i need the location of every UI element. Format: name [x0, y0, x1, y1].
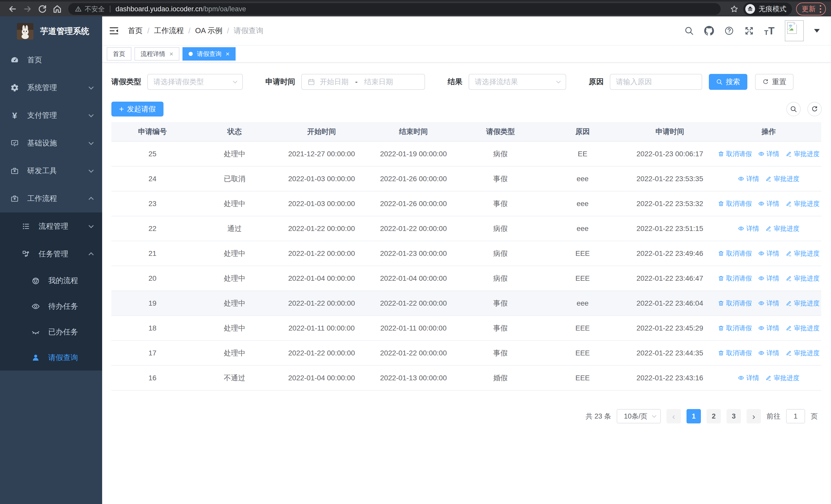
- page-button-2[interactable]: 2: [707, 409, 721, 423]
- cancel-icon: [718, 250, 724, 257]
- action-detail-link[interactable]: 详情: [758, 249, 779, 258]
- close-icon[interactable]: ×: [169, 51, 173, 57]
- tab-home[interactable]: 首页: [107, 47, 132, 61]
- cell-start-time: 2022-01-22 00:00:00: [276, 225, 368, 233]
- action-detail-link[interactable]: 详情: [758, 299, 779, 307]
- toggle-search-button[interactable]: [786, 102, 801, 116]
- action-detail-link[interactable]: 详情: [738, 224, 759, 233]
- action-cancel-link[interactable]: 取消请假: [718, 150, 752, 158]
- refresh-table-button[interactable]: [807, 102, 822, 116]
- cell-reason: eee: [542, 225, 624, 233]
- apply-time-range-picker[interactable]: 开始日期 - 结束日期: [301, 74, 425, 90]
- action-progress-link[interactable]: 审批进度: [785, 249, 820, 258]
- action-progress-link[interactable]: 审批进度: [785, 324, 820, 332]
- close-icon[interactable]: ×: [226, 51, 229, 57]
- chevron-down-icon: [556, 79, 561, 83]
- action-cancel-link[interactable]: 取消请假: [718, 199, 752, 208]
- breadcrumb-item-oa[interactable]: OA 示例: [195, 26, 222, 36]
- sidebar-item-task-mgmt[interactable]: 任务管理: [0, 240, 102, 268]
- search-button[interactable]: 搜索: [709, 74, 747, 90]
- next-page-button[interactable]: ›: [747, 409, 761, 423]
- back-icon[interactable]: [8, 4, 18, 14]
- fullscreen-icon[interactable]: [744, 26, 754, 36]
- create-leave-button[interactable]: + 发起请假: [111, 101, 164, 117]
- page-button-1[interactable]: 1: [687, 409, 701, 423]
- sidebar-logo-row[interactable]: 芋道管理系统: [0, 17, 102, 46]
- action-detail-link[interactable]: 详情: [758, 150, 779, 158]
- action-detail-link[interactable]: 详情: [738, 374, 759, 382]
- breadcrumb-item-current: 请假查询: [234, 26, 264, 36]
- action-progress-link[interactable]: 审批进度: [785, 199, 820, 208]
- action-cancel-link[interactable]: 取消请假: [718, 249, 752, 258]
- breadcrumb-item-home[interactable]: 首页: [128, 26, 143, 36]
- sidebar-item-infra[interactable]: 基础设施: [0, 129, 102, 157]
- home-icon[interactable]: [52, 4, 62, 14]
- help-icon[interactable]: [724, 26, 734, 36]
- cell-start-time: 2022-01-22 00:00:00: [276, 349, 368, 357]
- sidebar-item-home[interactable]: 首页: [0, 46, 102, 74]
- sidebar-item-workflow[interactable]: 工作流程: [0, 185, 102, 212]
- bookmark-star-icon[interactable]: [730, 5, 739, 13]
- reset-button[interactable]: 重置: [755, 74, 794, 90]
- reload-icon[interactable]: [37, 4, 47, 14]
- action-progress-link[interactable]: 审批进度: [785, 349, 820, 357]
- action-cancel-link[interactable]: 取消请假: [718, 299, 752, 307]
- detail-icon: [738, 375, 744, 381]
- forward-icon[interactable]: [23, 4, 32, 14]
- search-icon[interactable]: [684, 26, 694, 36]
- security-label[interactable]: 不安全: [85, 5, 105, 13]
- github-icon[interactable]: [704, 26, 714, 36]
- sidebar-item-devtools[interactable]: 研发工具: [0, 157, 102, 185]
- font-size-icon[interactable]: TT: [764, 26, 775, 36]
- action-progress-link[interactable]: 审批进度: [785, 299, 820, 307]
- action-progress-link[interactable]: 审批进度: [765, 175, 799, 183]
- progress-icon: [785, 200, 792, 207]
- goto-page-input[interactable]: [786, 412, 805, 420]
- avatar-caret-icon[interactable]: [814, 29, 820, 33]
- tab-label: 流程详情: [141, 50, 165, 58]
- action-detail-link[interactable]: 详情: [738, 175, 759, 183]
- update-label[interactable]: 更新: [802, 4, 815, 13]
- cell-status: 处理中: [194, 298, 276, 308]
- action-cancel-link[interactable]: 取消请假: [718, 349, 752, 357]
- sidebar-item-label: 请假查询: [48, 353, 78, 363]
- tab-leave-query[interactable]: 请假查询 ×: [182, 47, 236, 61]
- sidebar-item-process-mgmt[interactable]: 流程管理: [0, 212, 102, 240]
- reason-input[interactable]: [616, 78, 696, 86]
- result-select[interactable]: 请选择流结果: [469, 74, 566, 90]
- sidebar-item-payment[interactable]: ¥ 支付管理: [0, 101, 102, 129]
- sidebar-item-leave-query[interactable]: 请假查询: [0, 345, 102, 370]
- action-progress-link[interactable]: 审批进度: [765, 224, 799, 233]
- sidebar-item-done-tasks[interactable]: 已办任务: [0, 319, 102, 345]
- action-progress-link[interactable]: 审批进度: [765, 374, 799, 382]
- action-progress-link[interactable]: 审批进度: [785, 150, 820, 158]
- apply-time-label: 申请时间: [265, 77, 295, 87]
- page-size-select[interactable]: 10条/页: [617, 409, 661, 423]
- breadcrumb-item-workflow[interactable]: 工作流程: [154, 26, 184, 36]
- avatar[interactable]: [785, 20, 804, 41]
- cell-actions: 取消请假详情审批进度: [716, 324, 821, 332]
- sidebar-item-my-process[interactable]: 我的流程: [0, 268, 102, 294]
- action-detail-link[interactable]: 详情: [758, 274, 779, 283]
- address-bar[interactable]: 不安全 dashboard.yudao.iocoder.cn/bpm/oa/le…: [68, 3, 721, 15]
- detail-icon: [758, 250, 765, 257]
- action-detail-link[interactable]: 详情: [758, 324, 779, 332]
- prev-page-button[interactable]: ‹: [666, 409, 681, 423]
- cell-status: 不通过: [194, 373, 276, 383]
- sidebar-item-todo-tasks[interactable]: 待办任务: [0, 294, 102, 319]
- action-progress-link[interactable]: 审批进度: [785, 274, 820, 283]
- cell-leave-type: 事假: [459, 323, 542, 333]
- tags-view-bar: 首页 流程详情 × 请假查询 ×: [102, 45, 831, 63]
- tab-process-detail[interactable]: 流程详情 ×: [135, 47, 179, 61]
- action-detail-link[interactable]: 详情: [758, 199, 779, 208]
- action-cancel-link[interactable]: 取消请假: [718, 324, 752, 332]
- browser-menu-icon[interactable]: [820, 5, 821, 13]
- page-button-3[interactable]: 3: [726, 409, 741, 423]
- sidebar-item-system[interactable]: 系统管理: [0, 74, 102, 101]
- leave-type-select[interactable]: 请选择请假类型: [147, 74, 243, 90]
- action-detail-link[interactable]: 详情: [758, 349, 779, 357]
- sidebar-collapse-icon[interactable]: [109, 26, 119, 36]
- browser-update-button[interactable]: 更新: [796, 3, 826, 16]
- action-cancel-link[interactable]: 取消请假: [718, 274, 752, 283]
- table-toolbar: + 发起请假: [111, 101, 822, 117]
